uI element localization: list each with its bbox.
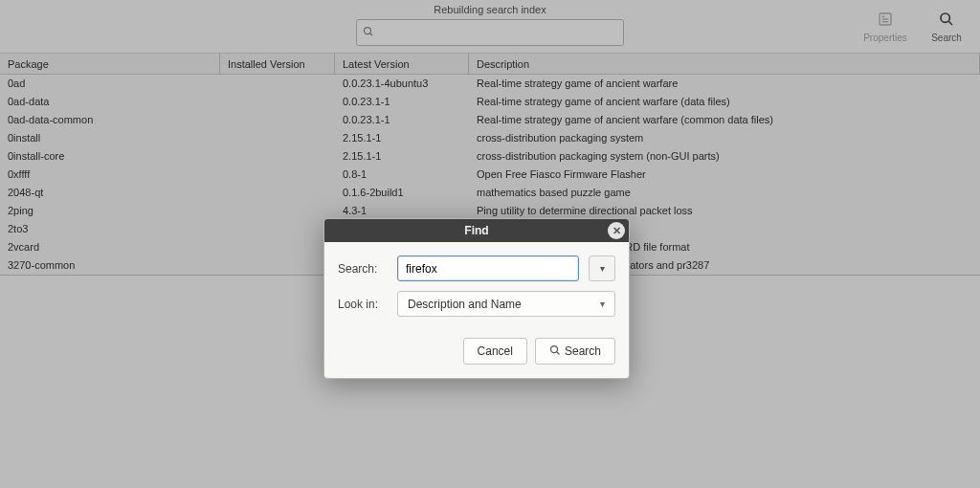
search-submit-label: Search xyxy=(565,344,601,358)
close-button[interactable]: ✕ xyxy=(608,222,625,239)
close-icon: ✕ xyxy=(612,226,621,236)
search-icon xyxy=(549,344,561,359)
search-input[interactable] xyxy=(397,255,579,281)
cancel-label: Cancel xyxy=(478,344,513,358)
search-submit-button[interactable]: Search xyxy=(535,338,615,365)
svg-line-9 xyxy=(556,351,559,354)
cancel-button[interactable]: Cancel xyxy=(463,338,527,365)
search-history-button[interactable]: ▾ xyxy=(589,255,615,281)
chevron-down-icon: ▾ xyxy=(600,299,605,309)
svg-point-8 xyxy=(550,345,557,352)
find-dialog-title: Find xyxy=(464,224,488,237)
lookin-select[interactable]: Description and Name ▾ xyxy=(397,291,615,317)
lookin-field-label: Look in: xyxy=(338,298,388,311)
find-dialog-titlebar[interactable]: Find ✕ xyxy=(324,219,629,242)
find-dialog: Find ✕ Search: ▾ Look in: Description an… xyxy=(323,218,630,379)
chevron-down-icon: ▾ xyxy=(600,263,605,274)
lookin-value: Description and Name xyxy=(408,298,522,311)
search-field-label: Search: xyxy=(338,262,388,276)
